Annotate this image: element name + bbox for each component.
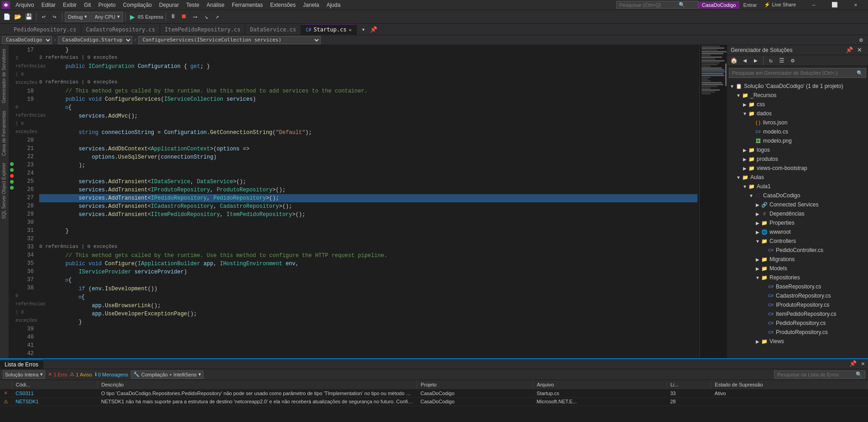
menu-janela[interactable]: Janela bbox=[299, 1, 322, 9]
vtab-sql-explorer[interactable]: SQL Server Object Explorer bbox=[0, 159, 9, 223]
tree-item[interactable]: ▶ 🖼 modelo.png bbox=[727, 136, 868, 145]
tree-item[interactable]: ▶ 📁 produtos bbox=[727, 154, 868, 164]
solution-home-btn[interactable]: 🏠 bbox=[729, 56, 739, 66]
expand-arrow[interactable]: ▶ bbox=[754, 229, 761, 235]
redo-btn[interactable]: ↪ bbox=[50, 12, 60, 22]
expand-arrow[interactable]: ▼ bbox=[735, 92, 742, 98]
expand-arrow[interactable]: ▶ bbox=[754, 265, 761, 272]
tree-item-connected-services[interactable]: ▶ 🔗 Connected Services bbox=[727, 200, 868, 209]
tree-item[interactable]: ▼ 📁 _Recursos bbox=[727, 91, 868, 100]
build-filter-dropdown[interactable]: 🔧 Compilação + IntelliSens ▾ bbox=[131, 371, 203, 379]
col-header-file[interactable]: Arquivo bbox=[533, 380, 667, 389]
restore-button[interactable]: ⬜ bbox=[824, 0, 845, 10]
undo-btn[interactable]: ↩ bbox=[39, 12, 49, 22]
tab-itempedido-repo[interactable]: ItemPedidoRepository.cs bbox=[160, 24, 245, 35]
expand-arrow[interactable]: ▼ bbox=[754, 274, 761, 281]
expand-arrow[interactable]: ▶ bbox=[754, 211, 761, 217]
menu-ferramentas[interactable]: Ferramentas bbox=[228, 1, 266, 9]
tree-item[interactable]: ▶ 🌐 wwwroot bbox=[727, 227, 868, 237]
tab-startup[interactable]: C# Startup.cs ✕ bbox=[301, 24, 356, 35]
error-row-1[interactable]: ✕ CS0311 O tipo 'CasaDoCodigo.Repositori… bbox=[0, 389, 868, 397]
expand-arrow[interactable]: ▶ bbox=[754, 338, 761, 345]
tree-item[interactable]: ▶ C# modelo.cs bbox=[727, 127, 868, 136]
menu-extensoes[interactable]: Extensões bbox=[266, 1, 299, 9]
tree-item-project[interactable]: ▼ ⬡ CasaDoCodigo bbox=[727, 191, 868, 200]
solution-panel-close[interactable]: ✕ bbox=[854, 45, 864, 55]
tree-item[interactable]: ▼ 📁 Controllers bbox=[727, 237, 868, 246]
expand-arrow[interactable]: ▼ bbox=[729, 83, 735, 89]
pause-btn[interactable]: ⏸ bbox=[168, 12, 178, 22]
solution-back-btn[interactable]: ◀ bbox=[740, 56, 750, 66]
top-search-input[interactable] bbox=[619, 2, 679, 8]
tree-item[interactable]: ▶ C# PedidoController.cs bbox=[727, 246, 868, 255]
tree-item[interactable]: ▶ 📁 Properties bbox=[727, 218, 868, 227]
expand-arrow[interactable]: ▶ bbox=[742, 156, 748, 162]
tree-item[interactable]: ▼ 📁 Aula1 bbox=[727, 182, 868, 191]
tree-item[interactable]: ▶ C# ProdutoRepository.cs bbox=[727, 328, 868, 337]
menu-git[interactable]: Git bbox=[80, 1, 94, 9]
col-header-desc[interactable]: Descrição bbox=[98, 380, 417, 389]
user-signin[interactable]: Entrar bbox=[739, 2, 760, 8]
step-out-btn[interactable]: ↗ bbox=[212, 12, 222, 22]
expand-arrow[interactable]: ▼ bbox=[742, 183, 748, 190]
menu-editar[interactable]: Editar bbox=[38, 1, 59, 9]
tree-item[interactable]: ▶ 📁 Views bbox=[727, 337, 868, 346]
warning-count-btn[interactable]: ⚠ 1 Aviso bbox=[70, 371, 92, 377]
tab-list-btn[interactable]: ▾ bbox=[359, 25, 369, 35]
menu-exibir[interactable]: Exibir bbox=[59, 1, 80, 9]
step-into-btn[interactable]: ↘ bbox=[201, 12, 211, 22]
tab-pedido-repo[interactable]: PedidoRepository.cs bbox=[9, 24, 81, 35]
tab-cadastro-repo[interactable]: CadastroRepository.cs bbox=[81, 24, 160, 35]
expand-arrow[interactable]: ▶ bbox=[754, 220, 761, 226]
expand-arrow[interactable]: ▼ bbox=[748, 192, 754, 199]
tab-close-icon[interactable]: ✕ bbox=[349, 27, 352, 32]
tree-item[interactable]: ▶ { } livros.json bbox=[727, 118, 868, 127]
solution-filter-btn[interactable]: ☰ bbox=[777, 56, 787, 66]
tree-item-migrations[interactable]: ▶ 📁 Migrations bbox=[727, 255, 868, 264]
close-button[interactable]: ✕ bbox=[845, 0, 866, 10]
step-over-btn[interactable]: ⟶ bbox=[190, 12, 200, 22]
panel-pin-btn[interactable]: 📌 bbox=[848, 359, 858, 369]
menu-projeto[interactable]: Projeto bbox=[94, 1, 119, 9]
stop-btn[interactable]: ⏹ bbox=[179, 12, 189, 22]
menu-compilacao[interactable]: Compilação bbox=[119, 1, 155, 9]
expand-arrow[interactable]: ▼ bbox=[742, 110, 748, 117]
errors-search-input[interactable] bbox=[777, 372, 856, 377]
tree-item[interactable]: ▶ C# ItemPedidoRepository.cs bbox=[727, 309, 868, 319]
new-file-btn[interactable]: 📄 bbox=[2, 12, 12, 22]
expand-arrow[interactable]: ▶ bbox=[742, 147, 748, 153]
pin-tab-btn[interactable]: 📌 bbox=[369, 25, 379, 35]
breadcrumb-project-select[interactable]: CasaDoCodigo bbox=[2, 36, 52, 44]
menu-depurar[interactable]: Depurar bbox=[156, 1, 182, 9]
message-count-btn[interactable]: ℹ 0 Mensagens bbox=[95, 371, 128, 377]
code-content[interactable]: } 2 referências | 0 exceções public ICon… bbox=[37, 45, 699, 358]
tree-item[interactable]: ▶ C# IProdutoRepository.cs bbox=[727, 300, 868, 309]
col-header-project[interactable]: Projeto bbox=[417, 380, 533, 389]
tree-item[interactable]: ▶ 📁 logos bbox=[727, 145, 868, 154]
expand-arrow[interactable]: ▼ bbox=[735, 174, 742, 180]
cpu-dropdown[interactable]: Any CPU ▾ bbox=[91, 12, 123, 22]
errors-search-box[interactable]: 🔍 bbox=[774, 371, 865, 379]
tree-item[interactable]: ▶ 📁 css bbox=[727, 100, 868, 109]
vtab-server-explorer[interactable]: Gerenciador de Servidores bbox=[0, 45, 9, 107]
editor-options-btn[interactable]: ⚙ bbox=[856, 35, 866, 45]
col-header-state[interactable]: Estado de Supressão bbox=[711, 380, 868, 389]
breadcrumb-method-select[interactable]: ConfigureServices(IServiceCollection ser… bbox=[138, 36, 321, 44]
warning-row-1[interactable]: ⚠ NETSDK1 NETSDK1 não há mais suporte pa… bbox=[0, 397, 868, 406]
error-count-btn[interactable]: ✕ 1 Erro bbox=[48, 371, 67, 377]
tab-dataservice[interactable]: DataService.cs bbox=[245, 24, 301, 35]
tree-item[interactable]: ▶ 📁 views-com-bootstrap bbox=[727, 164, 868, 173]
menu-teste[interactable]: Teste bbox=[182, 1, 203, 9]
tree-item[interactable]: ▼ 📁 Repositories bbox=[727, 273, 868, 282]
tree-item[interactable]: ▶ 📁 Models bbox=[727, 264, 868, 273]
solution-fwd-btn[interactable]: ▶ bbox=[751, 56, 761, 66]
expand-arrow[interactable]: ▶ bbox=[742, 165, 748, 171]
tree-item-dependencies[interactable]: ▶ # Dependências bbox=[727, 209, 868, 218]
expand-arrow[interactable]: ▼ bbox=[754, 238, 761, 244]
menu-analise[interactable]: Análise bbox=[203, 1, 228, 9]
col-header-line[interactable]: Li... bbox=[666, 380, 711, 389]
tree-solution-root[interactable]: ▼ 📋 Solução 'CasaDoCodigo' (1 de 1 proje… bbox=[727, 82, 868, 91]
tree-item[interactable]: ▼ 📁 Aulas bbox=[727, 173, 868, 182]
tree-item[interactable]: ▼ 📁 dados bbox=[727, 109, 868, 118]
col-header-code[interactable]: Códi... bbox=[12, 380, 98, 389]
